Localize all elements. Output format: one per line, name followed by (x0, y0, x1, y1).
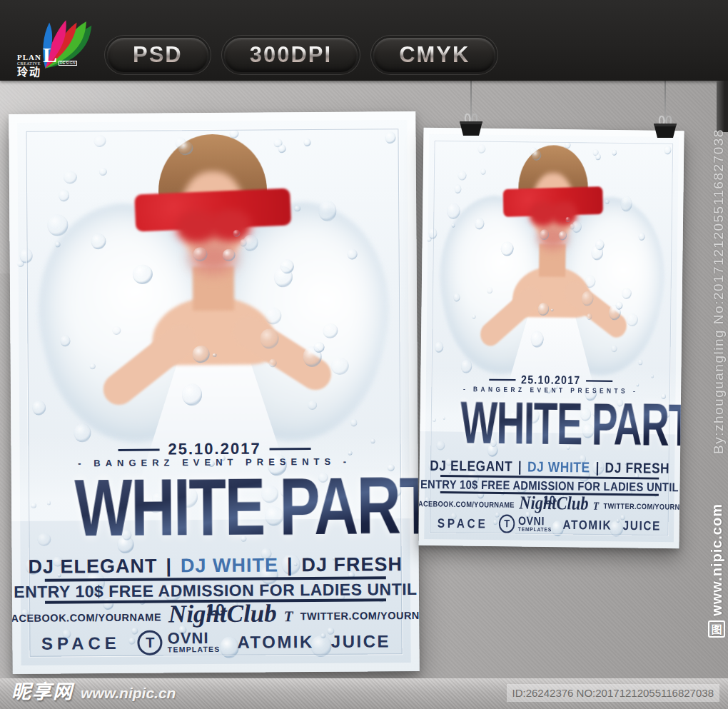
logo-chinese-name: 玲动 (17, 66, 77, 77)
sponsor-space-logo: SPACE (438, 516, 488, 531)
format-badges: PSD 300DPI CMYK (107, 38, 495, 72)
dj-name-3: DJ FRESH (301, 553, 403, 576)
social-row: F FACEBOOK.COM/YOURNAME NightClub T TWIT… (419, 496, 679, 516)
ovni-sublabel: TEMPLATES (168, 646, 221, 653)
sponsor-ovni-logo: T OVNI TEMPLATES (499, 514, 552, 533)
flyer-title-text: WHITE PARTY (74, 466, 420, 548)
studio-logo: PLAN CREATIVE L DESIGN 玲动 (16, 10, 105, 79)
footer-bar: 昵享网 www.nipic.cn ID:26242376 NO:20171212… (0, 678, 728, 709)
logo-name-sub: DESIGN (59, 61, 77, 66)
dj-name-3: DJ FRESH (605, 460, 670, 477)
dj-separator: | (595, 460, 600, 476)
binder-clip-right (649, 109, 682, 145)
footer-site: 昵享网 www.nipic.cn (11, 676, 176, 704)
flyer-title: WHITE PARTY (11, 466, 419, 548)
footer-site-url: www.nipic.cn (81, 685, 176, 702)
dj-name-2: DJ WHITE (181, 554, 278, 577)
nightclub-script: NightClub (519, 492, 589, 514)
author-watermark: By:zhouguangling No:20171212055116827038 (711, 4, 727, 454)
badge-psd: PSD (107, 38, 208, 72)
dj-name-1: DJ ELEGANT (430, 458, 512, 476)
social-row: F FACEBOOK.COM/YOURNAME NightClub T TWIT… (12, 604, 419, 630)
badge-cmyk: CMYK (373, 38, 495, 72)
flyer-large-preview: 25.10.2017 - BANGERZ EVENT PRESENTS - WH… (9, 111, 419, 674)
ovni-circle-t-icon: T (499, 514, 515, 533)
flyer-title-text: WHITE PARTY (460, 393, 684, 455)
logo-wordmark: PLAN CREATIVE L DESIGN 玲动 (17, 44, 77, 77)
dj-separator: | (287, 554, 293, 576)
date-line-right (270, 448, 311, 450)
facebook-handle: FACEBOOK.COM/YOURNAME (9, 612, 161, 625)
nipic-watermark-url: www.nipic.com (709, 503, 725, 616)
twitter-handle: TWITTER.COM/YOURNAME (603, 502, 684, 512)
twitter-handle: TWITTER.COM/YOURNAME (300, 610, 420, 622)
ovni-sublabel: TEMPLATES (518, 527, 552, 533)
flyer-small-preview: 25.10.2017 - BANGERZ EVENT PRESENTS - WH… (418, 128, 684, 548)
nipic-watermark: www.nipic.com 图 (708, 503, 725, 688)
sponsor-atomik-logo: ATOMIK (562, 517, 612, 533)
white-party-flyer: 25.10.2017 - BANGERZ EVENT PRESENTS - WH… (9, 111, 419, 674)
sponsor-space-logo: SPACE (41, 633, 121, 653)
sponsor-juice-logo: JUICE (331, 631, 390, 652)
flyer-title: WHITE PARTY (420, 393, 681, 455)
dj-separator: | (518, 458, 522, 475)
badge-300dpi: 300DPI (224, 38, 358, 72)
sponsor-atomik-logo: ATOMIK (237, 632, 314, 653)
sponsor-ovni-logo: T OVNI TEMPLATES (138, 630, 221, 655)
date-line-left (118, 448, 159, 451)
twitter-icon: T (593, 499, 599, 513)
ovni-circle-t-icon: T (138, 630, 163, 655)
date-line-left (489, 378, 515, 381)
dj-lineup: DJ ELEGANT | DJ WHITE | DJ FRESH (12, 553, 419, 578)
sponsor-logos-row: SPACE T OVNI TEMPLATES ATOMIK JUICE (12, 628, 419, 656)
nightclub-script: NightClub (168, 599, 277, 628)
twitter-icon: T (284, 608, 293, 625)
binder-clip-left (455, 107, 487, 143)
facebook-handle: FACEBOOK.COM/YOURNAME (418, 500, 515, 510)
dj-name-2: DJ WHITE (527, 459, 590, 476)
dj-name-1: DJ ELEGANT (28, 555, 157, 578)
sponsor-juice-logo: JUICE (623, 518, 662, 533)
dj-lineup: DJ ELEGANT | DJ WHITE | DJ FRESH (420, 458, 680, 478)
dj-separator: | (166, 555, 172, 577)
footer-id-strip: ID:26242376 NO:20171212055116827038 (507, 684, 719, 702)
logo-name-top: PLAN (17, 54, 41, 61)
preview-page: 25.10.2017 - BANGERZ EVENT PRESENTS - WH… (0, 0, 728, 709)
footer-site-name-cn: 昵享网 (11, 676, 74, 704)
sponsor-logos-row: SPACE T OVNI TEMPLATES ATOMIK JUICE (419, 513, 679, 535)
top-toolbar: PLAN CREATIVE L DESIGN 玲动 PSD 300DPI CMY… (0, 0, 728, 81)
white-party-flyer: 25.10.2017 - BANGERZ EVENT PRESENTS - WH… (418, 128, 684, 548)
event-date: 25.10.2017 (168, 440, 261, 459)
logo-letter: L (43, 44, 57, 66)
date-line-right (586, 380, 612, 382)
nipic-logo-icon: 图 (708, 620, 725, 638)
